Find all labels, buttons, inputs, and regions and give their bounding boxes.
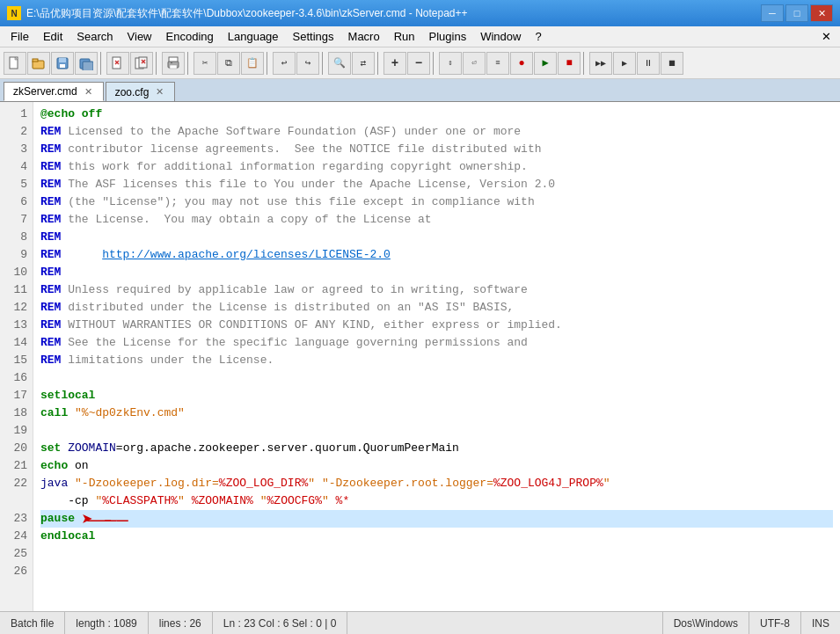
save-all-button[interactable] <box>75 52 98 75</box>
replace-button[interactable]: ⇄ <box>352 52 375 75</box>
code-line-19 <box>40 422 833 440</box>
code-line-4: REM this work for additional information… <box>40 158 833 176</box>
code-line-12: REM distributed under the License is dis… <box>40 299 833 317</box>
menu-window[interactable]: Window <box>473 26 528 47</box>
code-line-9: REM http://www.apache.org/licenses/LICEN… <box>40 246 833 264</box>
code-line-18: call "%~dp0zkEnv.cmd" <box>40 404 833 422</box>
menu-view[interactable]: View <box>121 26 159 47</box>
code-line-11: REM Unless required by applicable law or… <box>40 281 833 299</box>
menu-edit[interactable]: Edit <box>36 26 69 47</box>
toolbar-sep-4 <box>267 52 270 75</box>
menu-help[interactable]: ? <box>528 26 548 47</box>
code-line-23: pause ➤——— <box>40 510 833 528</box>
code-line-25 <box>40 545 833 563</box>
svg-rect-8 <box>83 62 93 70</box>
toolbar: ✂ ⧉ 📋 ↩ ↪ 🔍 ⇄ + − ⇕ ⏎ ≡ ● ▶ ■ ▶▶ ▶ ⏸ ⏹ <box>0 47 840 79</box>
toolbar-sep-6 <box>377 52 381 75</box>
toolbar-sep-2 <box>156 52 159 75</box>
tab-zkserver[interactable]: zkServer.cmd ✕ <box>4 82 104 101</box>
menu-plugins[interactable]: Plugins <box>422 26 474 47</box>
status-lineending: Dos\Windows <box>663 612 749 634</box>
toolbar-sep-1 <box>100 52 104 75</box>
code-line-24: endlocal <box>40 528 833 545</box>
open-button[interactable] <box>27 52 50 75</box>
svg-rect-3 <box>33 59 38 62</box>
title-bar: N E:\品优购项目资源\配套软件\配套软件\Dubbox\zookeeper-… <box>0 0 840 26</box>
close-button-tb[interactable] <box>106 52 129 75</box>
status-encoding: UTF-8 <box>749 612 801 634</box>
tab-zkserver-close[interactable]: ✕ <box>83 86 94 98</box>
code-line-5: REM The ASF licenses this file to You un… <box>40 176 833 193</box>
cut-button[interactable]: ✂ <box>194 52 216 75</box>
code-line-13: REM WITHOUT WARRANTIES OR CONDITIONS OF … <box>40 317 833 334</box>
svg-rect-18 <box>170 65 177 69</box>
line-numbers: 1 2 3 4 5 6 7 8 9 10 11 12 13 14 15 16 1… <box>0 102 33 611</box>
code-line-14: REM See the License for the specific lan… <box>40 334 833 352</box>
code-area[interactable]: @echo off REM Licensed to the Apache Sof… <box>33 102 840 611</box>
toolbar-sep-7 <box>433 52 436 75</box>
tab-zoocfg-close[interactable]: ✕ <box>154 86 165 98</box>
redo-button[interactable]: ↪ <box>296 52 319 75</box>
code-line-10: REM <box>40 264 833 281</box>
code-line-1: @echo off <box>40 106 833 123</box>
save-button[interactable] <box>51 52 74 75</box>
macro-button[interactable]: ● <box>510 52 533 75</box>
code-line-26 <box>40 563 833 580</box>
tab-zkserver-label: zkServer.cmd <box>13 85 77 98</box>
print-button[interactable] <box>162 52 185 75</box>
svg-rect-19 <box>171 62 172 63</box>
indent-button[interactable]: ≡ <box>486 52 509 75</box>
code-line-6: REM (the "License"); you may not use thi… <box>40 193 833 211</box>
zoom-in-button[interactable]: + <box>383 52 406 75</box>
menu-close-x[interactable]: ✕ <box>822 30 836 43</box>
menu-encoding[interactable]: Encoding <box>159 26 221 47</box>
menu-run[interactable]: Run <box>387 26 422 47</box>
code-line-20: set ZOOMAIN=org.apache.zookeeper.server.… <box>40 440 833 457</box>
toolbar-sep-8 <box>583 52 587 75</box>
status-filetype: Batch file <box>0 612 65 634</box>
close-all-button[interactable] <box>130 52 153 75</box>
zoom-out-button[interactable]: − <box>407 52 430 75</box>
svg-rect-6 <box>60 64 65 68</box>
sync-scroll-button[interactable]: ⇕ <box>439 52 462 75</box>
macro-play-button[interactable]: ▶ <box>534 52 557 75</box>
editor[interactable]: 1 2 3 4 5 6 7 8 9 10 11 12 13 14 15 16 1… <box>0 102 840 611</box>
menu-settings[interactable]: Settings <box>286 26 341 47</box>
undo-button[interactable]: ↩ <box>273 52 296 75</box>
macro-stop-button[interactable]: ■ <box>558 52 581 75</box>
svg-rect-5 <box>59 58 66 62</box>
run2-button[interactable]: ▶ <box>613 52 636 75</box>
close-button[interactable]: ✕ <box>810 4 833 22</box>
copy-button[interactable]: ⧉ <box>217 52 240 75</box>
run4-button[interactable]: ⏹ <box>661 52 683 75</box>
minimize-button[interactable]: ─ <box>761 4 784 22</box>
run3-button[interactable]: ⏸ <box>637 52 660 75</box>
status-spacer <box>347 612 662 634</box>
status-bar: Batch file length : 1089 lines : 26 Ln :… <box>0 611 840 634</box>
menu-file[interactable]: File <box>4 26 36 47</box>
run-button[interactable]: ▶▶ <box>589 52 612 75</box>
find-button[interactable]: 🔍 <box>328 52 351 75</box>
word-wrap-button[interactable]: ⏎ <box>463 52 486 75</box>
tab-zoocfg[interactable]: zoo.cfg ✕ <box>106 82 176 101</box>
toolbar-sep-5 <box>322 52 325 75</box>
status-length: length : 1089 <box>65 612 148 634</box>
menu-bar: File Edit Search View Encoding Language … <box>0 26 840 47</box>
code-line-16 <box>40 369 833 387</box>
menu-language[interactable]: Language <box>221 26 286 47</box>
tabs-bar: zkServer.cmd ✕ zoo.cfg ✕ <box>0 79 840 102</box>
paste-button[interactable]: 📋 <box>241 52 264 75</box>
status-cursor: Ln : 23 Col : 6 Sel : 0 | 0 <box>213 612 348 634</box>
maximize-button[interactable]: □ <box>785 4 808 22</box>
toolbar-sep-3 <box>187 52 191 75</box>
code-line-3: REM contributor license agreements. See … <box>40 141 833 158</box>
code-line-15: REM limitations under the License. <box>40 352 833 369</box>
code-line-21: echo on <box>40 457 833 475</box>
status-ins: INS <box>801 612 840 634</box>
code-line-22b: -cp "%CLASSPATH%" %ZOOMAIN% "%ZOOCFG%" %… <box>40 492 833 510</box>
new-button[interactable] <box>4 52 26 75</box>
menu-macro[interactable]: Macro <box>341 26 387 47</box>
code-line-22a: java "-Dzookeeper.log.dir=%ZOO_LOG_DIR%"… <box>40 475 833 492</box>
code-line-2: REM Licensed to the Apache Software Foun… <box>40 123 833 141</box>
menu-search[interactable]: Search <box>69 26 120 47</box>
